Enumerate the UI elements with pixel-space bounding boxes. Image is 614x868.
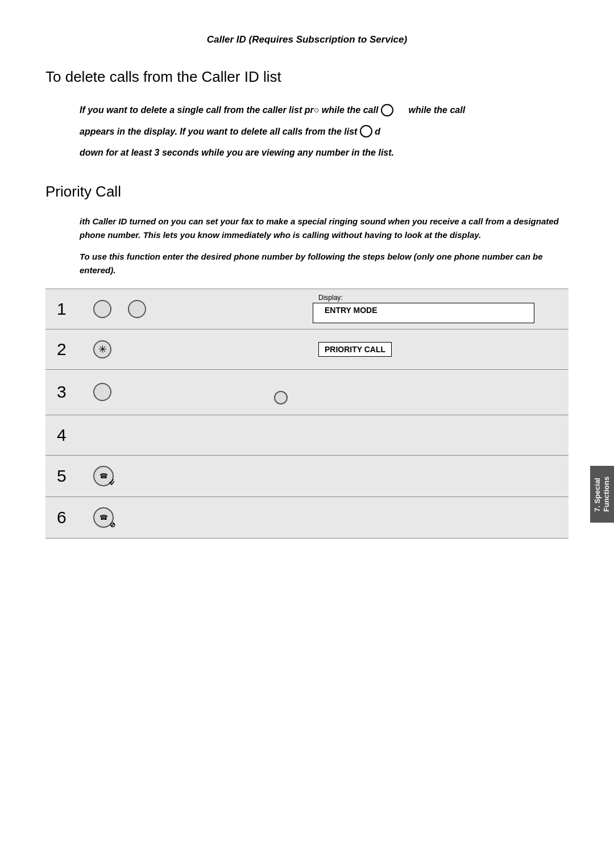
step-display-4 — [307, 415, 540, 455]
side-tab: 7. SpecialFunctions — [590, 466, 614, 523]
star-button-icon: ✳ — [93, 340, 111, 358]
phone-stop-icon: ☎ ⊘ — [93, 507, 114, 528]
delete-section: To delete calls from the Caller ID list … — [45, 68, 569, 160]
delete-instructions: If you want to delete a single call from… — [80, 103, 569, 160]
delete-heading: To delete calls from the Caller ID list — [45, 68, 569, 86]
priority-intro-text-1: ith Caller ID turned on you can set your… — [80, 215, 569, 242]
steps-table: 1 Display: ENTRY MODE 2 ✳ — [45, 289, 569, 539]
priority-intro-text-2: To use this function enter the desired p… — [80, 250, 569, 277]
step-display-3 — [307, 369, 540, 415]
circle-icon-1 — [381, 104, 393, 116]
step-num-3: 3 — [45, 369, 80, 415]
delete-instruction-2: appears in the display. If you want to d… — [80, 124, 569, 139]
priority-call-section: Priority Call ith Caller ID turned on yo… — [45, 183, 569, 539]
step-num-2: 2 — [45, 329, 80, 369]
menu-button-icon — [93, 300, 111, 318]
display-value-2: PRIORITY CALL — [318, 342, 392, 357]
step-display-5 — [307, 455, 540, 496]
table-row: 1 Display: ENTRY MODE — [45, 289, 569, 329]
step-num-5: 5 — [45, 455, 80, 496]
table-row: 5 ☎ ✓ — [45, 455, 569, 496]
table-row: 3 — [45, 369, 569, 415]
header-title: Caller ID (Requires Subscription to Serv… — [207, 34, 407, 45]
svg-text:☎: ☎ — [99, 514, 108, 521]
phone-check-icon: ☎ ✓ — [93, 466, 114, 486]
circle-button-3b — [274, 391, 288, 404]
circle-button-3 — [93, 383, 111, 401]
step-action-3 — [80, 369, 307, 415]
stop-svg: ☎ — [98, 512, 109, 523]
step-num-4: 4 — [45, 415, 80, 455]
step-action-4 — [80, 415, 307, 455]
delete-instruction-3: down for at least 3 seconds while you ar… — [80, 145, 569, 160]
step-action-5: ☎ ✓ — [80, 455, 307, 496]
step-display-1: Display: ENTRY MODE — [307, 289, 540, 329]
header-section: Caller ID (Requires Subscription to Serv… — [45, 34, 569, 45]
step-display-2: PRIORITY CALL — [307, 329, 540, 369]
step-num-6: 6 — [45, 496, 80, 538]
table-row: 4 — [45, 415, 569, 455]
table-row: 6 ☎ ⊘ — [45, 496, 569, 538]
priority-intro: ith Caller ID turned on you can set your… — [80, 215, 569, 277]
menu-button-icon-2 — [128, 300, 146, 318]
page-container: Caller ID (Requires Subscription to Serv… — [0, 0, 614, 868]
circle-icon-2 — [360, 125, 372, 137]
svg-text:☎: ☎ — [99, 472, 108, 480]
priority-call-heading: Priority Call — [45, 183, 569, 201]
step-action-6: ☎ ⊘ — [80, 496, 307, 538]
step-display-6 — [307, 496, 540, 538]
display-label-1: Display: — [307, 289, 540, 303]
step-action-1 — [80, 289, 307, 329]
phone-svg: ☎ — [98, 471, 109, 481]
delete-instruction-1: If you want to delete a single call from… — [80, 103, 569, 118]
table-row: 2 ✳ PRIORITY CALL — [45, 329, 569, 369]
display-value-1: ENTRY MODE — [313, 303, 534, 323]
step-action-2: ✳ — [80, 329, 307, 369]
step-num-1: 1 — [45, 289, 80, 329]
